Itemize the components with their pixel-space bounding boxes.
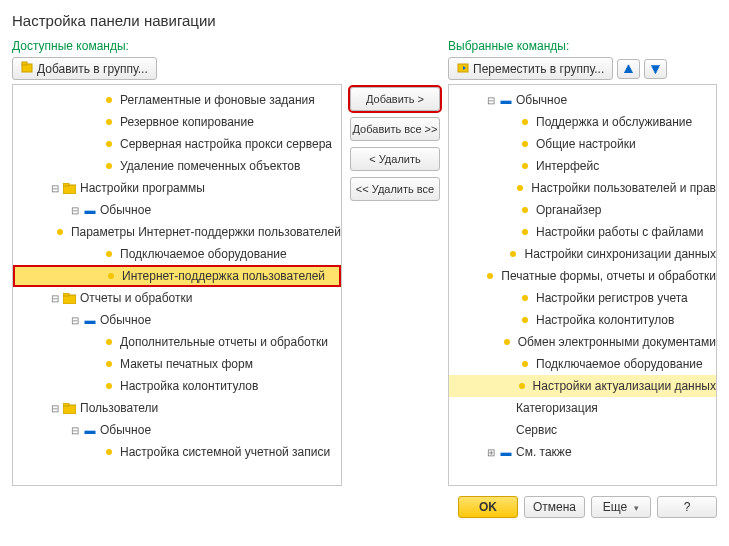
group-icon: ▬: [82, 314, 96, 326]
tree-row[interactable]: ·Резервное копирование: [13, 111, 341, 133]
help-button[interactable]: ?: [657, 496, 717, 518]
tree-row[interactable]: ·Регламентные и фоновые задания: [13, 89, 341, 111]
tree-row[interactable]: ·Настройки актуализации данных: [449, 375, 716, 397]
tree-row[interactable]: ·Настройки регистров учета: [449, 287, 716, 309]
collapse-toggle[interactable]: ⊟: [485, 94, 497, 106]
tree-row[interactable]: ·Удаление помеченных объектов: [13, 155, 341, 177]
tree-item-label: Интернет-поддержка пользователей: [118, 269, 325, 283]
available-tree-pane[interactable]: ·Регламентные и фоновые задания·Резервно…: [12, 84, 342, 486]
tree-row[interactable]: ·Поддержка и обслуживание: [449, 111, 716, 133]
tree-item-label: Поддержка и обслуживание: [532, 115, 692, 129]
collapse-toggle[interactable]: ⊟: [69, 314, 81, 326]
collapse-toggle[interactable]: ⊟: [69, 204, 81, 216]
arrow-down-icon: ⯆: [650, 63, 661, 75]
tree-item-label: Сервис: [512, 423, 557, 437]
bullet-icon: [518, 119, 532, 125]
remove-button[interactable]: < Удалить: [350, 147, 440, 171]
tree-row[interactable]: ·Сервис: [449, 419, 716, 441]
selected-commands-label: Выбранные команды:: [448, 39, 717, 53]
collapse-toggle[interactable]: ⊟: [69, 424, 81, 436]
tree-item-label: Подключаемое оборудование: [532, 357, 703, 371]
remove-all-button[interactable]: << Удалить все: [350, 177, 440, 201]
ok-button[interactable]: OK: [458, 496, 518, 518]
tree-item-label: Обычное: [96, 203, 151, 217]
collapse-toggle[interactable]: ⊟: [49, 182, 61, 194]
bullet-icon: [102, 383, 116, 389]
tree-row[interactable]: ⊞▬См. также: [449, 441, 716, 463]
add-button[interactable]: Добавить >: [350, 87, 440, 111]
tree-row[interactable]: ·Категоризация: [449, 397, 716, 419]
tree-row[interactable]: ·Подключаемое оборудование: [449, 353, 716, 375]
bullet-icon: [483, 273, 497, 279]
tree-row[interactable]: ⊟Отчеты и обработки: [13, 287, 341, 309]
cancel-button[interactable]: Отмена: [524, 496, 585, 518]
move-to-group-icon: [457, 61, 469, 76]
bullet-icon: [506, 251, 520, 257]
tree-row[interactable]: ⊟▬Обычное: [449, 89, 716, 111]
more-label: Еще: [603, 500, 627, 514]
add-all-button[interactable]: Добавить все >>: [350, 117, 440, 141]
tree-row[interactable]: ·Настройки работы с файлами: [449, 221, 716, 243]
tree-item-label: Органайзер: [532, 203, 602, 217]
tree-row[interactable]: ·Настройка колонтитулов: [449, 309, 716, 331]
tree-row[interactable]: ·Настройка колонтитулов: [13, 375, 341, 397]
tree-row[interactable]: ·Настройки синхронизации данных: [449, 243, 716, 265]
move-to-group-button[interactable]: Переместить в группу...: [448, 57, 613, 80]
expand-toggle[interactable]: ⊞: [485, 446, 497, 458]
tree-item-label: Настройки регистров учета: [532, 291, 688, 305]
tree-item-label: Обмен электронными документами: [514, 335, 716, 349]
bullet-icon: [104, 273, 118, 279]
group-icon: ▬: [498, 94, 512, 106]
tree-row[interactable]: ·Параметры Интернет-поддержки пользовате…: [13, 221, 341, 243]
tree-row[interactable]: ⊟Пользователи: [13, 397, 341, 419]
move-up-button[interactable]: ⯅: [617, 59, 640, 79]
tree-item-label: Настройка колонтитулов: [532, 313, 674, 327]
more-button[interactable]: Еще: [591, 496, 651, 518]
add-to-group-icon: [21, 61, 33, 76]
tree-row[interactable]: ⊟▬Обычное: [13, 419, 341, 441]
tree-row[interactable]: ·Обмен электронными документами: [449, 331, 716, 353]
move-down-button[interactable]: ⯆: [644, 59, 667, 79]
selected-tree-pane[interactable]: ⊟▬Обычное·Поддержка и обслуживание·Общие…: [448, 84, 717, 486]
bullet-icon: [102, 119, 116, 125]
tree-row[interactable]: ·Общие настройки: [449, 133, 716, 155]
add-to-group-button[interactable]: Добавить в группу...: [12, 57, 157, 80]
tree-row[interactable]: ·Макеты печатных форм: [13, 353, 341, 375]
svg-rect-5: [63, 293, 69, 296]
tree-item-label: Общие настройки: [532, 137, 636, 151]
tree-item-label: Обычное: [512, 93, 567, 107]
tree-row[interactable]: ·Настройки пользователей и прав: [449, 177, 716, 199]
tree-item-label: Настройка колонтитулов: [116, 379, 258, 393]
tree-item-label: Печатные формы, отчеты и обработки: [497, 269, 716, 283]
bullet-icon: [518, 361, 532, 367]
tree-item-label: Дополнительные отчеты и обработки: [116, 335, 328, 349]
available-commands-label: Доступные команды:: [12, 39, 342, 53]
tree-item-label: Настройки синхронизации данных: [520, 247, 716, 261]
tree-item-label: Серверная настройка прокси сервера: [116, 137, 332, 151]
bullet-icon: [518, 295, 532, 301]
tree-row[interactable]: ·Органайзер: [449, 199, 716, 221]
arrow-up-icon: ⯅: [623, 63, 634, 75]
tree-row[interactable]: ⊟Настройки программы: [13, 177, 341, 199]
bullet-icon: [102, 97, 116, 103]
tree-row[interactable]: ·Печатные формы, отчеты и обработки: [449, 265, 716, 287]
tree-row[interactable]: ·Интернет-поддержка пользователей: [13, 265, 341, 287]
collapse-toggle[interactable]: ⊟: [49, 292, 61, 304]
tree-item-label: Настройки актуализации данных: [529, 379, 716, 393]
tree-row[interactable]: ⊟▬Обычное: [13, 309, 341, 331]
collapse-toggle[interactable]: ⊟: [49, 402, 61, 414]
tree-item-label: Параметры Интернет-поддержки пользовател…: [67, 225, 341, 239]
tree-item-label: Настройки работы с файлами: [532, 225, 703, 239]
tree-row[interactable]: ·Дополнительные отчеты и обработки: [13, 331, 341, 353]
bullet-icon: [515, 383, 529, 389]
tree-row[interactable]: ·Интерфейс: [449, 155, 716, 177]
bullet-icon: [518, 141, 532, 147]
tree-row[interactable]: ·Настройка системной учетной записи: [13, 441, 341, 463]
tree-item-label: Категоризация: [512, 401, 598, 415]
tree-row[interactable]: ⊟▬Обычное: [13, 199, 341, 221]
bullet-icon: [518, 317, 532, 323]
folder-icon: [62, 293, 76, 304]
tree-row[interactable]: ·Подключаемое оборудование: [13, 243, 341, 265]
bullet-icon: [102, 339, 116, 345]
tree-row[interactable]: ·Серверная настройка прокси сервера: [13, 133, 341, 155]
